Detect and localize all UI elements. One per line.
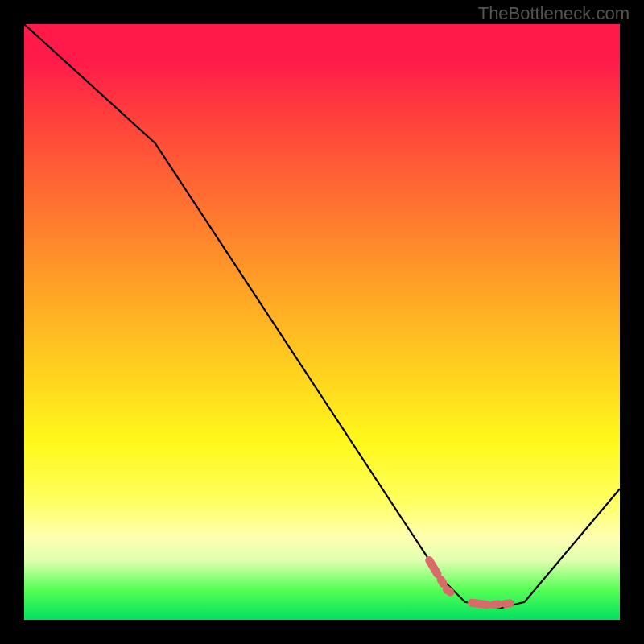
watermark-text: TheBottleneck.com [478, 3, 630, 24]
chart-svg [24, 24, 620, 620]
optimal-range-highlight [429, 560, 524, 605]
bottleneck-curve-path [24, 24, 620, 608]
plot-area [24, 24, 620, 620]
